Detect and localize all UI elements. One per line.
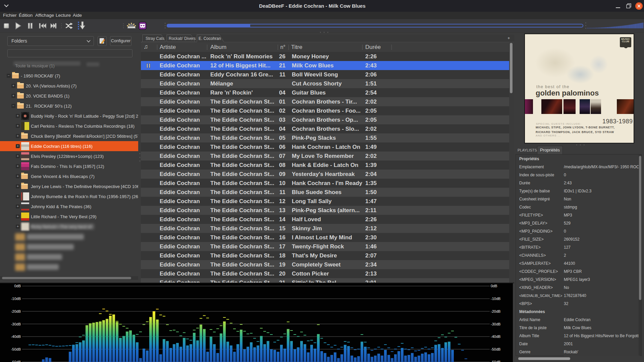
svg-text:-20dB: -20dB	[11, 309, 21, 313]
svg-text:0dB: 0dB	[491, 284, 497, 288]
svg-text:-30dB: -30dB	[11, 322, 21, 326]
svg-text:+: +	[507, 36, 510, 41]
svg-text:0dB: 0dB	[14, 284, 21, 288]
svg-text:-40dB: -40dB	[11, 335, 21, 339]
svg-text:-60dB: -60dB	[11, 360, 21, 362]
svg-text:-50dB: -50dB	[11, 347, 21, 351]
svg-text:-20dB: -20dB	[491, 309, 500, 313]
svg-text:E. Cocohran: E. Cocohran	[199, 36, 221, 41]
svg-text:Rockab' Divers: Rockab' Divers	[169, 36, 196, 41]
svg-text:-10dB: -10dB	[491, 297, 500, 301]
svg-text:-60dB: -60dB	[491, 360, 500, 362]
svg-text:-10dB: -10dB	[11, 297, 21, 301]
svg-text:-30dB: -30dB	[491, 322, 500, 326]
svg-text:-40dB: -40dB	[491, 335, 500, 339]
svg-text:-50dB: -50dB	[491, 347, 500, 351]
svg-text:Stray Cats: Stray Cats	[146, 36, 164, 41]
